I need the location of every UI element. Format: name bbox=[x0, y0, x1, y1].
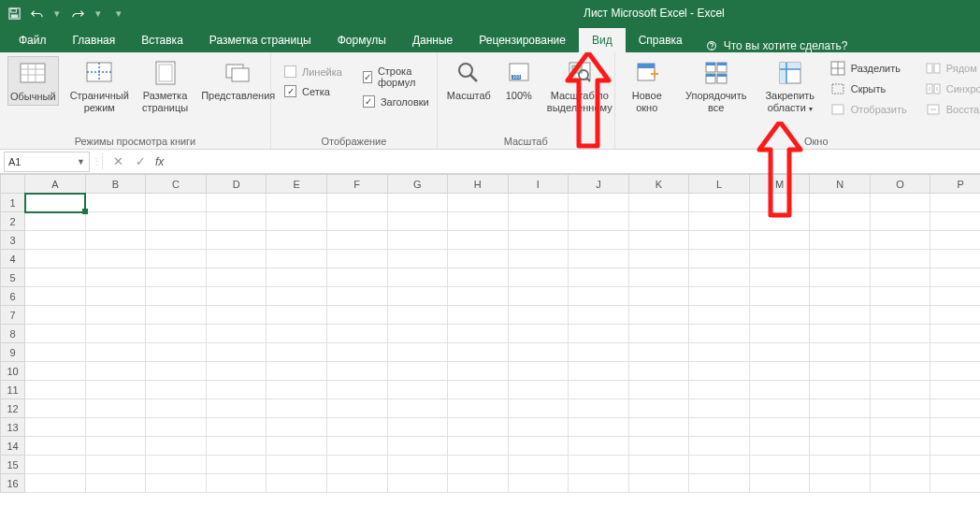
cell[interactable] bbox=[146, 456, 207, 474]
cell[interactable] bbox=[689, 231, 750, 250]
cell[interactable] bbox=[146, 194, 207, 212]
cell[interactable] bbox=[387, 212, 448, 231]
cell[interactable] bbox=[930, 287, 980, 306]
column-header[interactable]: P bbox=[930, 175, 980, 194]
row-header[interactable]: 11 bbox=[1, 381, 25, 399]
cell[interactable] bbox=[206, 437, 267, 456]
cell[interactable] bbox=[689, 306, 750, 325]
cell[interactable] bbox=[569, 381, 629, 399]
cell[interactable] bbox=[749, 250, 810, 268]
cell[interactable] bbox=[628, 325, 689, 343]
cell[interactable] bbox=[326, 250, 387, 268]
cell[interactable] bbox=[508, 437, 569, 456]
column-header[interactable]: D bbox=[206, 175, 267, 194]
cell[interactable] bbox=[569, 325, 629, 343]
cell[interactable] bbox=[146, 325, 207, 343]
cell[interactable] bbox=[387, 456, 448, 474]
cell[interactable] bbox=[628, 399, 689, 418]
cell[interactable] bbox=[146, 287, 207, 306]
column-header[interactable]: K bbox=[628, 175, 689, 194]
cell[interactable] bbox=[326, 437, 387, 456]
cell[interactable] bbox=[25, 437, 86, 456]
row-header[interactable]: 6 bbox=[1, 287, 25, 306]
cell[interactable] bbox=[206, 381, 267, 399]
cell[interactable] bbox=[749, 362, 810, 381]
cell[interactable] bbox=[387, 474, 448, 493]
cell[interactable] bbox=[930, 212, 980, 231]
cell[interactable] bbox=[85, 418, 146, 437]
cell[interactable] bbox=[810, 343, 871, 362]
cell[interactable] bbox=[870, 362, 930, 381]
row-header[interactable]: 4 bbox=[1, 250, 25, 268]
cell[interactable] bbox=[870, 250, 930, 268]
cell[interactable] bbox=[628, 287, 689, 306]
cell[interactable] bbox=[448, 362, 509, 381]
cell[interactable] bbox=[689, 250, 750, 268]
cell[interactable] bbox=[508, 418, 569, 437]
cell[interactable] bbox=[387, 437, 448, 456]
cell[interactable] bbox=[810, 306, 871, 325]
cell[interactable] bbox=[326, 306, 387, 325]
cell[interactable] bbox=[689, 343, 750, 362]
cell[interactable] bbox=[810, 325, 871, 343]
cell[interactable] bbox=[689, 474, 750, 493]
cell[interactable] bbox=[267, 456, 327, 474]
cell[interactable] bbox=[267, 418, 327, 437]
page-break-preview-button[interactable]: Страничный режим bbox=[68, 56, 131, 115]
qat-dropdown-undo[interactable]: ▾ bbox=[54, 7, 60, 20]
cell[interactable] bbox=[267, 399, 327, 418]
cell[interactable] bbox=[508, 399, 569, 418]
cell[interactable] bbox=[448, 474, 509, 493]
row-header[interactable]: 15 bbox=[1, 456, 25, 474]
cell[interactable] bbox=[569, 362, 629, 381]
tab-view[interactable]: Вид bbox=[579, 28, 626, 52]
cell[interactable] bbox=[930, 399, 980, 418]
cell[interactable] bbox=[508, 474, 569, 493]
cell[interactable] bbox=[25, 231, 86, 250]
cell[interactable] bbox=[146, 212, 207, 231]
cell[interactable] bbox=[448, 418, 509, 437]
cell[interactable] bbox=[930, 250, 980, 268]
cell[interactable] bbox=[628, 437, 689, 456]
formula-bar-checkbox[interactable]: Строка формул bbox=[363, 65, 429, 88]
cell[interactable] bbox=[25, 362, 86, 381]
cell[interactable] bbox=[85, 268, 146, 287]
cell[interactable] bbox=[448, 325, 509, 343]
cell[interactable] bbox=[569, 194, 629, 212]
cell[interactable] bbox=[326, 194, 387, 212]
cell[interactable] bbox=[146, 474, 207, 493]
cell[interactable] bbox=[206, 474, 267, 493]
row-header[interactable]: 7 bbox=[1, 306, 25, 325]
row-header[interactable]: 16 bbox=[1, 474, 25, 493]
cell[interactable] bbox=[689, 399, 750, 418]
cell[interactable] bbox=[267, 343, 327, 362]
cell[interactable] bbox=[326, 212, 387, 231]
cell[interactable] bbox=[206, 306, 267, 325]
zoom-100-button[interactable]: 100 100% bbox=[502, 56, 536, 104]
cell[interactable] bbox=[930, 306, 980, 325]
cell[interactable] bbox=[206, 418, 267, 437]
cell[interactable] bbox=[870, 474, 930, 493]
arrange-all-button[interactable]: Упорядочить все bbox=[681, 56, 752, 115]
cell[interactable] bbox=[810, 381, 871, 399]
cell[interactable] bbox=[387, 381, 448, 399]
cell[interactable] bbox=[628, 212, 689, 231]
cell[interactable] bbox=[448, 399, 509, 418]
cell[interactable] bbox=[448, 268, 509, 287]
cell[interactable] bbox=[749, 343, 810, 362]
cell[interactable] bbox=[689, 194, 750, 212]
cell[interactable] bbox=[628, 231, 689, 250]
cell[interactable] bbox=[628, 250, 689, 268]
cell[interactable] bbox=[448, 287, 509, 306]
cell[interactable] bbox=[508, 325, 569, 343]
cell[interactable] bbox=[326, 474, 387, 493]
cell[interactable] bbox=[749, 212, 810, 231]
cell[interactable] bbox=[85, 362, 146, 381]
tab-insert[interactable]: Вставка bbox=[128, 28, 196, 52]
cell[interactable] bbox=[569, 250, 629, 268]
select-all-corner[interactable] bbox=[1, 175, 25, 194]
save-icon[interactable] bbox=[6, 5, 22, 22]
cell[interactable] bbox=[569, 418, 629, 437]
cell[interactable] bbox=[930, 381, 980, 399]
cell[interactable] bbox=[930, 343, 980, 362]
